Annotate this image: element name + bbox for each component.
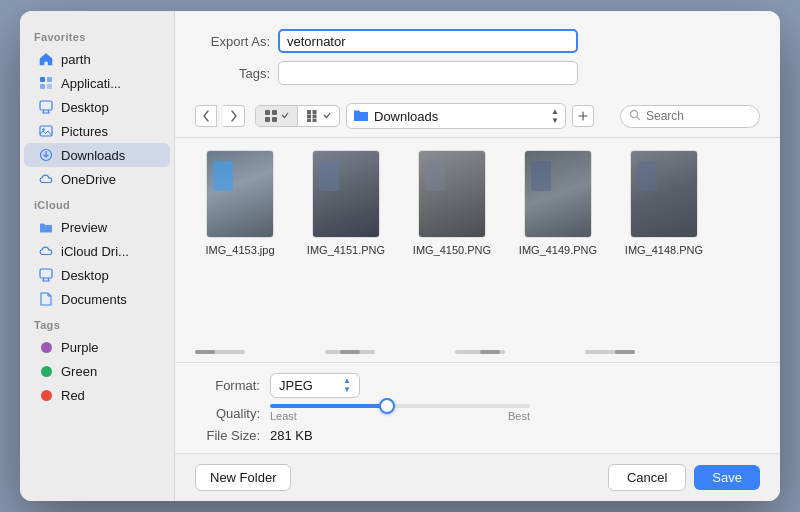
svg-rect-18 <box>265 117 270 122</box>
applications-icon <box>38 75 54 91</box>
cloud-icon <box>38 171 54 187</box>
sidebar-item-label: parth <box>61 52 91 67</box>
tags-input[interactable] <box>278 61 578 85</box>
quality-row: Quality: Least Best <box>195 404 760 422</box>
quality-least: Least <box>270 410 297 422</box>
location-folder-icon <box>353 107 369 126</box>
location-arrows: ▲ ▼ <box>551 108 559 125</box>
purple-dot-icon <box>38 339 54 355</box>
svg-point-9 <box>42 128 44 130</box>
sidebar-item-pictures[interactable]: Pictures <box>24 119 170 143</box>
sidebar-item-downloads[interactable]: Downloads <box>24 143 170 167</box>
quality-labels: Least Best <box>270 410 530 422</box>
pictures-icon <box>38 123 54 139</box>
thumb-image <box>631 151 697 237</box>
desktop-icloud-icon <box>38 267 54 283</box>
svg-rect-25 <box>313 119 317 122</box>
new-folder-button[interactable]: New Folder <box>195 464 291 491</box>
quality-slider[interactable] <box>270 404 530 408</box>
scroll-thumb-1 <box>195 350 215 354</box>
svg-rect-24 <box>313 115 317 119</box>
sidebar-item-onedrive[interactable]: OneDrive <box>24 167 170 191</box>
search-bar <box>620 105 760 128</box>
file-item[interactable]: IMG_4148.PNG <box>619 150 709 256</box>
svg-rect-12 <box>40 269 52 278</box>
thumb-image <box>313 151 379 237</box>
thumb-image <box>207 151 273 237</box>
file-name: IMG_4150.PNG <box>413 244 491 256</box>
sidebar-item-label: Documents <box>61 292 127 307</box>
bottom-options: Format: JPEG ▲ ▼ Quality: Least <box>175 362 780 453</box>
format-value: JPEG <box>279 378 337 393</box>
save-button[interactable]: Save <box>694 465 760 490</box>
file-thumbnail <box>630 150 698 238</box>
svg-rect-19 <box>272 117 277 122</box>
file-item[interactable]: IMG_4150.PNG <box>407 150 497 256</box>
export-input[interactable] <box>278 29 578 53</box>
svg-rect-2 <box>40 84 45 89</box>
format-select[interactable]: JPEG ▲ ▼ <box>270 373 360 398</box>
export-label: Export As: <box>195 34 270 49</box>
scroll-thumb-3 <box>480 350 500 354</box>
scroll-thumb-4 <box>615 350 635 354</box>
svg-rect-1 <box>47 77 52 82</box>
file-item[interactable]: IMG_4149.PNG <box>513 150 603 256</box>
sidebar-item-label: Desktop <box>61 100 109 115</box>
scroll-bar-3[interactable] <box>455 350 505 354</box>
file-grid: IMG_4153.jpg IMG_4151.PNG IMG_4150.PNG I… <box>175 138 780 342</box>
sidebar-item-label: Downloads <box>61 148 125 163</box>
sidebar-item-purple[interactable]: Purple <box>24 335 170 359</box>
file-thumbnail <box>312 150 380 238</box>
file-name: IMG_4148.PNG <box>625 244 703 256</box>
main-panel: Export As: Tags: <box>175 11 780 501</box>
sidebar-item-red[interactable]: Red <box>24 383 170 407</box>
quality-best: Best <box>508 410 530 422</box>
sidebar-item-green[interactable]: Green <box>24 359 170 383</box>
file-thumbnail <box>524 150 592 238</box>
file-thumbnail <box>206 150 274 238</box>
sidebar-item-preview[interactable]: Preview <box>24 215 170 239</box>
cancel-button[interactable]: Cancel <box>608 464 686 491</box>
sidebar-item-desktop[interactable]: Desktop <box>24 95 170 119</box>
sidebar-item-icloud-drive[interactable]: iCloud Dri... <box>24 239 170 263</box>
file-item[interactable]: IMG_4151.PNG <box>301 150 391 256</box>
sidebar-item-desktop-icloud[interactable]: Desktop <box>24 263 170 287</box>
sidebar-item-applications[interactable]: Applicati... <box>24 71 170 95</box>
search-icon <box>629 109 641 124</box>
sidebar-item-label: Purple <box>61 340 99 355</box>
file-name: IMG_4151.PNG <box>307 244 385 256</box>
expand-button[interactable] <box>572 105 594 127</box>
scroll-bar-4[interactable] <box>585 350 635 354</box>
green-dot-icon <box>38 363 54 379</box>
home-icon <box>38 51 54 67</box>
file-name: IMG_4153.jpg <box>205 244 274 256</box>
view-grid-button[interactable] <box>256 106 298 126</box>
file-item[interactable]: IMG_4153.jpg <box>195 150 285 256</box>
folder-blue-icon <box>38 219 54 235</box>
tags-label: Tags: <box>195 66 270 81</box>
desktop-icon <box>38 99 54 115</box>
search-input[interactable] <box>646 109 751 123</box>
sidebar-item-label: Green <box>61 364 97 379</box>
file-name: IMG_4149.PNG <box>519 244 597 256</box>
back-button[interactable] <box>195 105 217 127</box>
scroll-bar-1[interactable] <box>195 350 245 354</box>
sidebar-item-label: Pictures <box>61 124 108 139</box>
sidebar-item-documents[interactable]: Documents <box>24 287 170 311</box>
thumb-image <box>525 151 591 237</box>
forward-button[interactable] <box>223 105 245 127</box>
view-list-button[interactable] <box>298 106 339 126</box>
documents-icon <box>38 291 54 307</box>
icloud-section-label: iCloud <box>20 191 174 215</box>
svg-rect-20 <box>307 110 311 114</box>
filesize-row: File Size: 281 KB <box>195 428 760 443</box>
format-row: Format: JPEG ▲ ▼ <box>195 373 760 398</box>
sidebar-item-parth[interactable]: parth <box>24 47 170 71</box>
sidebar-item-label: Applicati... <box>61 76 121 91</box>
scroll-bar-2[interactable] <box>325 350 375 354</box>
svg-rect-4 <box>40 101 52 110</box>
location-bar[interactable]: Downloads ▲ ▼ <box>346 103 566 129</box>
sidebar-item-label: Red <box>61 388 85 403</box>
svg-line-27 <box>637 116 640 119</box>
sidebar-item-label: OneDrive <box>61 172 116 187</box>
